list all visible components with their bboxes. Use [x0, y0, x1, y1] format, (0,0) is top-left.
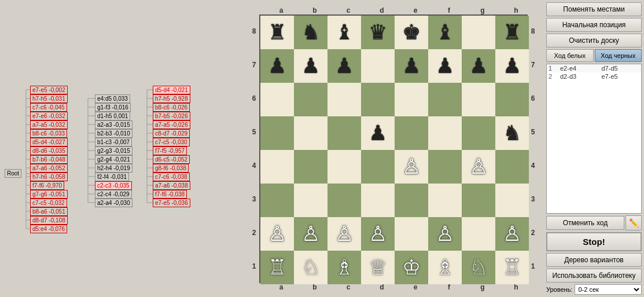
tree-move[interactable]: g2-g3 -0,015 [95, 146, 133, 155]
tree-move[interactable]: h7-h6 -0,058 [30, 173, 68, 181]
board-cell[interactable]: ♝ [428, 16, 462, 49]
board-cell[interactable]: ♝ [327, 16, 361, 49]
board-cell[interactable]: ♙ [327, 217, 361, 251]
move-black[interactable]: e7-e5 [600, 72, 642, 80]
board-cell[interactable]: ♟ [462, 49, 495, 83]
board-cell[interactable] [260, 150, 294, 184]
board-cell[interactable]: ♕ [361, 251, 395, 284]
board-cell[interactable] [462, 184, 495, 217]
tree-button[interactable]: Дерево вариантов [546, 253, 642, 267]
board-cell[interactable] [294, 150, 327, 184]
board-cell[interactable] [428, 116, 462, 150]
turn-white-button[interactable]: Ход белых [546, 49, 594, 62]
move-white[interactable]: d2-d3 [558, 72, 600, 80]
tree-move[interactable]: b8-c6 -0,033 [30, 129, 67, 138]
board-cell[interactable] [327, 184, 361, 217]
board-cell[interactable] [495, 184, 529, 217]
board-cell[interactable]: ♟ [395, 49, 428, 83]
tree-move[interactable]: g7-g6 -0,051 [30, 190, 68, 199]
board-cell[interactable] [361, 150, 395, 184]
tree-move[interactable]: g2-g4 -0,021 [95, 155, 133, 164]
board-cell[interactable] [428, 83, 462, 116]
board-cell[interactable] [495, 83, 529, 116]
root-label[interactable]: Root [5, 169, 21, 178]
board-cell[interactable] [395, 184, 428, 217]
board-cell[interactable]: ♙ [260, 217, 294, 251]
tree-move[interactable]: f7-f5 -0,957 [153, 146, 187, 155]
board-cell[interactable]: ♟ [361, 116, 395, 150]
board-cell[interactable]: ♙ [495, 217, 529, 251]
tree-move[interactable]: c8-d7 -0,029 [153, 129, 190, 138]
tree-move[interactable]: e4:d5 0,033 [95, 94, 130, 103]
clear-board-button[interactable]: Очистить доску [546, 34, 642, 47]
tree-move[interactable]: c7-c6 -0,038 [153, 173, 190, 181]
initial-position-button[interactable]: Начальная позиция [546, 18, 642, 32]
tree-move[interactable]: a7-a5 -0,032 [30, 120, 68, 129]
tree-move[interactable]: a7-a6 -0,052 [30, 164, 68, 173]
board-cell[interactable]: ♙ [361, 217, 395, 251]
stop-button[interactable]: Stop! [546, 232, 642, 251]
board-cell[interactable]: ♘ [462, 251, 495, 284]
tree-move[interactable]: e7-e6 -0,032 [30, 112, 68, 120]
tree-move[interactable]: c2-c3 -0,035 [95, 181, 132, 190]
board-cell[interactable]: ♙ [428, 217, 462, 251]
board-cell[interactable] [428, 150, 462, 184]
board-cell[interactable]: ♔ [395, 251, 428, 284]
board-cell[interactable] [462, 83, 495, 116]
tree-move[interactable]: b8-c6 -0,026 [153, 103, 190, 112]
board-cell[interactable] [361, 83, 395, 116]
tree-move[interactable]: b7-b6 -0,048 [30, 155, 68, 164]
tree-move[interactable]: g8-f6 -0,038 [153, 164, 189, 173]
tree-move[interactable]: b2-b3 -0,010 [95, 129, 133, 138]
level-select[interactable]: 0-2 сек 2-5 сек 5-10 сек ∞ [575, 284, 642, 295]
board-cell[interactable]: ♟ [294, 49, 327, 83]
eraser-button[interactable]: ✏️ [625, 215, 642, 230]
board-cell[interactable] [260, 116, 294, 150]
library-button[interactable]: Использовать библиотеку [546, 269, 642, 283]
board-cell[interactable]: ♙ [395, 150, 428, 184]
board-cell[interactable]: ♗ [327, 251, 361, 284]
board-cell[interactable]: ♖ [260, 251, 294, 284]
tree-move[interactable]: d6-c5 -0,052 [153, 155, 190, 164]
move-black[interactable]: d7-d5 [600, 64, 642, 72]
board-cell[interactable] [327, 116, 361, 150]
tree-move[interactable]: h7-h5 -0,928 [153, 94, 190, 103]
tree-move[interactable]: d8-d6 -0,035 [30, 146, 68, 155]
board-cell[interactable]: ♟ [495, 49, 529, 83]
tree-move[interactable]: a7-a5 -0,026 [153, 120, 190, 129]
board-cell[interactable] [327, 150, 361, 184]
board-cell[interactable]: ♙ [462, 150, 495, 184]
tree-move[interactable]: f7-f6 -0,038 [153, 190, 187, 199]
board-cell[interactable]: ♜ [260, 16, 294, 49]
tree-move[interactable]: a2-a4 -0,030 [95, 199, 133, 207]
tree-move[interactable]: d5-d4 -0,021 [153, 86, 190, 94]
board-cell[interactable]: ♙ [294, 217, 327, 251]
tree-move[interactable]: b8-a6 -0,051 [30, 207, 68, 216]
board-cell[interactable]: ♚ [395, 16, 428, 49]
board-cell[interactable]: ♛ [361, 16, 395, 49]
board-cell[interactable] [395, 83, 428, 116]
board-cell[interactable] [395, 116, 428, 150]
tree-move[interactable]: d5-d4 -0,027 [30, 138, 68, 146]
board-cell[interactable] [327, 83, 361, 116]
swap-button[interactable]: Поменять местами [546, 2, 642, 16]
chess-board[interactable]: ♜♞♝♛♚♝♜♟♟♟♟♟♟♟♟♞♙♙♙♙♙♙♙♙♖♘♗♕♔♗♘♖ [259, 14, 528, 283]
board-cell[interactable] [428, 184, 462, 217]
board-cell[interactable] [462, 217, 495, 251]
tree-move[interactable]: a7-a6 -0,038 [153, 181, 190, 190]
board-cell[interactable] [260, 83, 294, 116]
tree-move[interactable]: c7-c5 -0,030 [153, 138, 190, 146]
tree-move[interactable]: b7-b5 -0,026 [153, 112, 190, 120]
tree-move[interactable]: h7-h5 -0,031 [30, 94, 68, 103]
board-cell[interactable] [462, 16, 495, 49]
board-cell[interactable] [462, 116, 495, 150]
tree-move[interactable]: f2-f4 -0,031 [95, 173, 129, 181]
board-cell[interactable] [294, 83, 327, 116]
tree-move[interactable]: d5:e4 -0,076 [30, 225, 67, 233]
board-cell[interactable]: ♖ [495, 251, 529, 284]
board-cell[interactable]: ♗ [428, 251, 462, 284]
tree-move[interactable]: c2-c4 -0,029 [95, 190, 132, 199]
tree-move[interactable]: a2-a3 -0,015 [95, 120, 133, 129]
tree-move[interactable]: c7-c6 -0,045 [30, 103, 67, 112]
board-cell[interactable] [361, 49, 395, 83]
